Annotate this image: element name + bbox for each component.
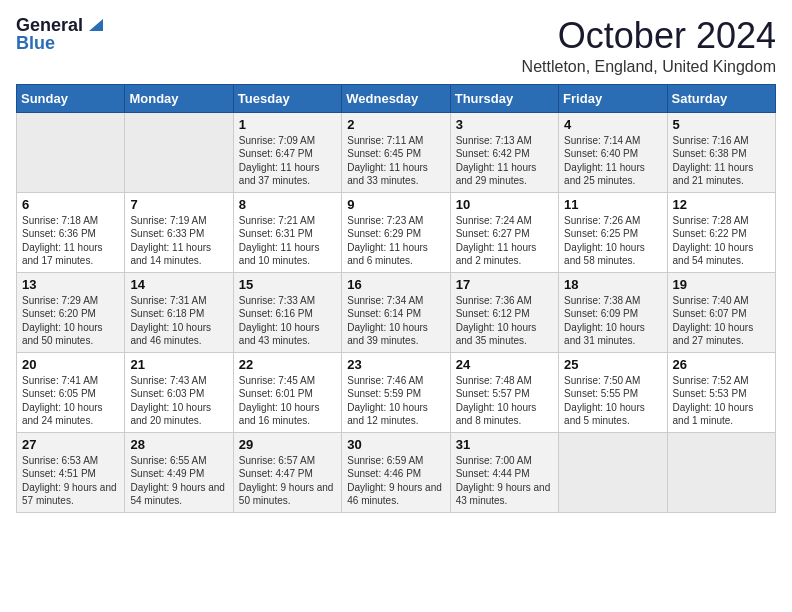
day-number: 19 (673, 277, 770, 292)
calendar-header-tuesday: Tuesday (233, 84, 341, 112)
cell-details: Sunrise: 7:40 AM Sunset: 6:07 PM Dayligh… (673, 294, 770, 348)
cell-details: Sunrise: 7:50 AM Sunset: 5:55 PM Dayligh… (564, 374, 661, 428)
day-number: 21 (130, 357, 227, 372)
calendar-cell: 27Sunrise: 6:53 AM Sunset: 4:51 PM Dayli… (17, 432, 125, 512)
cell-details: Sunrise: 7:19 AM Sunset: 6:33 PM Dayligh… (130, 214, 227, 268)
day-number: 26 (673, 357, 770, 372)
calendar-week-row: 20Sunrise: 7:41 AM Sunset: 6:05 PM Dayli… (17, 352, 776, 432)
day-number: 4 (564, 117, 661, 132)
calendar-cell: 8Sunrise: 7:21 AM Sunset: 6:31 PM Daylig… (233, 192, 341, 272)
calendar-cell (667, 432, 775, 512)
cell-details: Sunrise: 6:57 AM Sunset: 4:47 PM Dayligh… (239, 454, 336, 508)
cell-details: Sunrise: 7:45 AM Sunset: 6:01 PM Dayligh… (239, 374, 336, 428)
calendar-week-row: 13Sunrise: 7:29 AM Sunset: 6:20 PM Dayli… (17, 272, 776, 352)
day-number: 1 (239, 117, 336, 132)
calendar-cell: 10Sunrise: 7:24 AM Sunset: 6:27 PM Dayli… (450, 192, 558, 272)
cell-details: Sunrise: 7:52 AM Sunset: 5:53 PM Dayligh… (673, 374, 770, 428)
cell-details: Sunrise: 7:33 AM Sunset: 6:16 PM Dayligh… (239, 294, 336, 348)
calendar-cell: 19Sunrise: 7:40 AM Sunset: 6:07 PM Dayli… (667, 272, 775, 352)
cell-details: Sunrise: 7:09 AM Sunset: 6:47 PM Dayligh… (239, 134, 336, 188)
title-block: October 2024 Nettleton, England, United … (522, 16, 776, 76)
cell-details: Sunrise: 7:21 AM Sunset: 6:31 PM Dayligh… (239, 214, 336, 268)
day-number: 15 (239, 277, 336, 292)
calendar-header-row: SundayMondayTuesdayWednesdayThursdayFrid… (17, 84, 776, 112)
calendar-cell: 2Sunrise: 7:11 AM Sunset: 6:45 PM Daylig… (342, 112, 450, 192)
calendar-week-row: 6Sunrise: 7:18 AM Sunset: 6:36 PM Daylig… (17, 192, 776, 272)
day-number: 31 (456, 437, 553, 452)
cell-details: Sunrise: 7:34 AM Sunset: 6:14 PM Dayligh… (347, 294, 444, 348)
calendar-cell: 5Sunrise: 7:16 AM Sunset: 6:38 PM Daylig… (667, 112, 775, 192)
calendar-cell: 21Sunrise: 7:43 AM Sunset: 6:03 PM Dayli… (125, 352, 233, 432)
calendar-cell: 13Sunrise: 7:29 AM Sunset: 6:20 PM Dayli… (17, 272, 125, 352)
cell-details: Sunrise: 6:53 AM Sunset: 4:51 PM Dayligh… (22, 454, 119, 508)
calendar-cell: 6Sunrise: 7:18 AM Sunset: 6:36 PM Daylig… (17, 192, 125, 272)
day-number: 16 (347, 277, 444, 292)
day-number: 20 (22, 357, 119, 372)
day-number: 8 (239, 197, 336, 212)
day-number: 28 (130, 437, 227, 452)
month-title: October 2024 (522, 16, 776, 56)
cell-details: Sunrise: 7:24 AM Sunset: 6:27 PM Dayligh… (456, 214, 553, 268)
day-number: 11 (564, 197, 661, 212)
calendar-cell: 23Sunrise: 7:46 AM Sunset: 5:59 PM Dayli… (342, 352, 450, 432)
calendar-cell: 7Sunrise: 7:19 AM Sunset: 6:33 PM Daylig… (125, 192, 233, 272)
location-text: Nettleton, England, United Kingdom (522, 58, 776, 76)
calendar-cell: 11Sunrise: 7:26 AM Sunset: 6:25 PM Dayli… (559, 192, 667, 272)
calendar-cell: 9Sunrise: 7:23 AM Sunset: 6:29 PM Daylig… (342, 192, 450, 272)
calendar-header-friday: Friday (559, 84, 667, 112)
calendar-cell: 26Sunrise: 7:52 AM Sunset: 5:53 PM Dayli… (667, 352, 775, 432)
calendar-cell: 3Sunrise: 7:13 AM Sunset: 6:42 PM Daylig… (450, 112, 558, 192)
calendar-header-wednesday: Wednesday (342, 84, 450, 112)
calendar-cell: 31Sunrise: 7:00 AM Sunset: 4:44 PM Dayli… (450, 432, 558, 512)
day-number: 23 (347, 357, 444, 372)
calendar-header-monday: Monday (125, 84, 233, 112)
calendar-cell: 15Sunrise: 7:33 AM Sunset: 6:16 PM Dayli… (233, 272, 341, 352)
cell-details: Sunrise: 7:26 AM Sunset: 6:25 PM Dayligh… (564, 214, 661, 268)
calendar-cell: 24Sunrise: 7:48 AM Sunset: 5:57 PM Dayli… (450, 352, 558, 432)
calendar-cell (17, 112, 125, 192)
calendar-cell: 16Sunrise: 7:34 AM Sunset: 6:14 PM Dayli… (342, 272, 450, 352)
calendar-cell: 4Sunrise: 7:14 AM Sunset: 6:40 PM Daylig… (559, 112, 667, 192)
cell-details: Sunrise: 7:41 AM Sunset: 6:05 PM Dayligh… (22, 374, 119, 428)
logo: General Blue (16, 16, 103, 52)
cell-details: Sunrise: 7:14 AM Sunset: 6:40 PM Dayligh… (564, 134, 661, 188)
day-number: 6 (22, 197, 119, 212)
calendar-cell: 30Sunrise: 6:59 AM Sunset: 4:46 PM Dayli… (342, 432, 450, 512)
svg-marker-0 (89, 19, 103, 31)
calendar-header-saturday: Saturday (667, 84, 775, 112)
calendar-cell: 22Sunrise: 7:45 AM Sunset: 6:01 PM Dayli… (233, 352, 341, 432)
cell-details: Sunrise: 7:29 AM Sunset: 6:20 PM Dayligh… (22, 294, 119, 348)
calendar-cell: 28Sunrise: 6:55 AM Sunset: 4:49 PM Dayli… (125, 432, 233, 512)
cell-details: Sunrise: 7:38 AM Sunset: 6:09 PM Dayligh… (564, 294, 661, 348)
day-number: 25 (564, 357, 661, 372)
cell-details: Sunrise: 7:28 AM Sunset: 6:22 PM Dayligh… (673, 214, 770, 268)
calendar-cell: 14Sunrise: 7:31 AM Sunset: 6:18 PM Dayli… (125, 272, 233, 352)
cell-details: Sunrise: 7:00 AM Sunset: 4:44 PM Dayligh… (456, 454, 553, 508)
page-header: General Blue October 2024 Nettleton, Eng… (16, 16, 776, 76)
cell-details: Sunrise: 7:16 AM Sunset: 6:38 PM Dayligh… (673, 134, 770, 188)
logo-blue-text: Blue (16, 34, 55, 52)
cell-details: Sunrise: 7:11 AM Sunset: 6:45 PM Dayligh… (347, 134, 444, 188)
cell-details: Sunrise: 7:13 AM Sunset: 6:42 PM Dayligh… (456, 134, 553, 188)
day-number: 24 (456, 357, 553, 372)
calendar-cell: 12Sunrise: 7:28 AM Sunset: 6:22 PM Dayli… (667, 192, 775, 272)
cell-details: Sunrise: 7:43 AM Sunset: 6:03 PM Dayligh… (130, 374, 227, 428)
cell-details: Sunrise: 6:59 AM Sunset: 4:46 PM Dayligh… (347, 454, 444, 508)
calendar-cell: 18Sunrise: 7:38 AM Sunset: 6:09 PM Dayli… (559, 272, 667, 352)
cell-details: Sunrise: 7:36 AM Sunset: 6:12 PM Dayligh… (456, 294, 553, 348)
day-number: 12 (673, 197, 770, 212)
cell-details: Sunrise: 7:48 AM Sunset: 5:57 PM Dayligh… (456, 374, 553, 428)
calendar-week-row: 1Sunrise: 7:09 AM Sunset: 6:47 PM Daylig… (17, 112, 776, 192)
calendar-header-thursday: Thursday (450, 84, 558, 112)
calendar-cell: 20Sunrise: 7:41 AM Sunset: 6:05 PM Dayli… (17, 352, 125, 432)
day-number: 22 (239, 357, 336, 372)
day-number: 17 (456, 277, 553, 292)
day-number: 13 (22, 277, 119, 292)
calendar-cell: 1Sunrise: 7:09 AM Sunset: 6:47 PM Daylig… (233, 112, 341, 192)
cell-details: Sunrise: 6:55 AM Sunset: 4:49 PM Dayligh… (130, 454, 227, 508)
day-number: 18 (564, 277, 661, 292)
day-number: 30 (347, 437, 444, 452)
logo-triangle-icon (85, 15, 103, 33)
cell-details: Sunrise: 7:31 AM Sunset: 6:18 PM Dayligh… (130, 294, 227, 348)
day-number: 9 (347, 197, 444, 212)
